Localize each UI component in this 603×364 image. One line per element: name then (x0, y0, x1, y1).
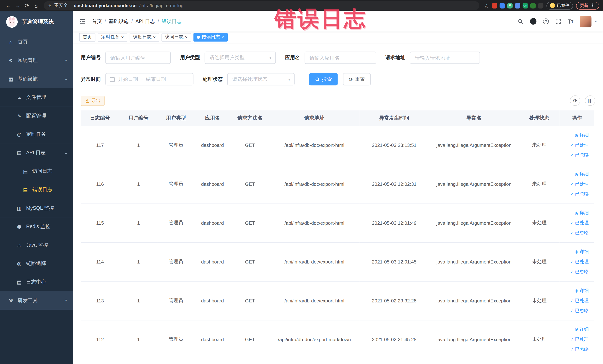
tab-job-log[interactable]: 调度日志× (129, 33, 159, 41)
extension-icon[interactable] (538, 3, 543, 8)
tab-error-log[interactable]: 错误日志× (194, 33, 228, 41)
close-icon[interactable]: × (153, 35, 156, 39)
help-icon[interactable]: ? (543, 19, 549, 24)
filter-label-request-url: 请求地址 (385, 54, 406, 61)
sidebar-item-redis[interactable]: ⬢Redis 监控 (0, 217, 73, 236)
sidebar-item-infrastructure[interactable]: ▦基础设施▴ (0, 70, 73, 88)
app-name-input[interactable] (304, 52, 376, 64)
sidebar-item-java[interactable]: ☕Java 监控 (0, 236, 73, 254)
sidebar-item-label: 基础设施 (18, 75, 38, 82)
breadcrumb-item[interactable]: API 日志 (136, 18, 155, 25)
breadcrumb-item[interactable]: 首页 (92, 18, 102, 25)
extension-icon[interactable] (492, 3, 497, 8)
filter-form: 用户编号 用户类型 请选择用户类型 ▾ 应用名 (73, 43, 603, 94)
avatar[interactable] (580, 16, 591, 27)
breadcrumb-item[interactable]: 基础设施 (109, 18, 129, 25)
refresh-icon: ⟳ (349, 76, 353, 82)
action-link-ignored[interactable]: ✓已忽略 (570, 307, 589, 314)
sidebar-item-access-log[interactable]: ▤访问日志 (0, 162, 73, 180)
sidebar-item-job[interactable]: ◷定时任务 (0, 125, 73, 143)
chevron-down-icon[interactable]: ▾ (595, 19, 597, 23)
sidebar-item-mysql[interactable]: ▥MySQL 监控 (0, 199, 73, 218)
table-cell: dashboard (194, 320, 231, 359)
sidebar-item-error-log[interactable]: ▤错误日志 (0, 180, 73, 199)
search-icon[interactable] (518, 19, 523, 24)
table-cell: dashboard (194, 203, 231, 242)
sidebar-item-trace[interactable]: ◎链路追踪 (0, 254, 73, 273)
github-icon[interactable] (530, 18, 536, 25)
forward-icon[interactable]: → (13, 1, 23, 10)
action-link-processed[interactable]: ✓已处理 (570, 220, 589, 226)
action-link-detail[interactable]: ◉详细 (575, 287, 589, 294)
update-button[interactable]: 更新 ⋮ (576, 2, 599, 9)
doc-icon: ▤ (22, 168, 28, 174)
table-cell-actions: ◉详细✓已处理✓已忽略 (560, 320, 594, 359)
action-link-processed[interactable]: ✓已处理 (570, 336, 589, 343)
doc-icon: ▤ (16, 150, 22, 156)
action-link-detail[interactable]: ◉详细 (575, 171, 589, 177)
hex-icon: ⬢ (16, 224, 22, 229)
download-icon (85, 98, 90, 103)
action-link-processed[interactable]: ✓已处理 (570, 258, 589, 265)
action-link-detail[interactable]: ◉详细 (575, 326, 589, 333)
reset-button[interactable]: ⟳ 重置 (343, 73, 371, 85)
address-bar[interactable]: ⚠ 不安全 dashboard.yudao.iocoder.cn /infra/… (44, 1, 479, 10)
user-id-input[interactable] (105, 52, 171, 64)
search-button[interactable]: 搜索 (309, 73, 338, 85)
paused-chip[interactable]: 已暂停 (546, 2, 573, 9)
action-link-detail[interactable]: ◉详细 (575, 132, 589, 139)
action-link-ignored[interactable]: ✓已忽略 (570, 269, 589, 275)
table-cell: dashboard (194, 242, 231, 281)
exception-date-range-picker[interactable]: 开始日期 - 结束日期 (105, 73, 193, 85)
tab-job[interactable]: 定时任务× (98, 33, 127, 41)
bookmark-star-icon[interactable]: ☆ (484, 2, 489, 9)
close-icon[interactable]: × (221, 35, 224, 39)
extension-icon[interactable] (515, 3, 520, 8)
sidebar-item-system[interactable]: ⚙系统管理▾ (0, 51, 73, 70)
home-icon[interactable]: ⌂ (32, 1, 41, 10)
sidebar-item-api-log[interactable]: ▤API 日志▴ (0, 143, 73, 162)
app-root: ← → ⟳ ⌂ ⚠ 不安全 dashboard.yudao.iocoder.cn… (0, 0, 603, 364)
action-link-ignored[interactable]: ✓已忽略 (570, 230, 589, 236)
close-icon[interactable]: × (121, 35, 124, 39)
logo-row[interactable]: 芋道管理系统 (0, 11, 73, 33)
action-link-detail[interactable]: ◉详细 (575, 248, 589, 255)
tab-home[interactable]: 首页 (79, 33, 95, 41)
close-icon[interactable]: × (185, 35, 188, 39)
sidebar-item-home[interactable]: ⌂首页 (0, 33, 73, 51)
action-link-ignored[interactable]: ✓已忽略 (570, 191, 589, 197)
sidebar-item-log-center[interactable]: ▤日志中心 (0, 273, 73, 291)
fullscreen-icon[interactable] (555, 19, 561, 24)
back-icon[interactable]: ← (4, 1, 13, 10)
column-settings-button[interactable]: ▥ (585, 95, 595, 106)
extension-icon[interactable]: on (522, 3, 528, 8)
request-url-input[interactable] (410, 52, 480, 64)
export-button[interactable]: 导出 (81, 96, 105, 106)
browser-menu-icon[interactable]: ⋮ (590, 3, 595, 9)
error-log-table: 日志编号用户编号用户类型应用名请求方法名请求地址异常发生时间异常名处理状态操作 … (81, 110, 594, 359)
action-link-processed[interactable]: ✓已处理 (570, 297, 589, 304)
refresh-button[interactable]: ⟳ (570, 95, 580, 106)
extension-icon[interactable] (530, 3, 536, 8)
reload-icon[interactable]: ⟳ (22, 1, 32, 10)
table-cell: java.lang.IllegalArgumentException (429, 165, 519, 204)
table-header-cell: 处理状态 (519, 110, 560, 126)
action-link-processed[interactable]: ✓已处理 (570, 142, 589, 149)
action-link-processed[interactable]: ✓已处理 (570, 181, 589, 187)
extension-icon[interactable] (499, 3, 505, 8)
tab-access-log[interactable]: 访问日志× (162, 33, 191, 41)
extension-icon[interactable]: V (507, 3, 512, 8)
sidebar-item-config[interactable]: ✎配置管理 (0, 107, 73, 125)
action-link-ignored[interactable]: ✓已忽略 (570, 152, 589, 158)
sidebar-item-file[interactable]: ☁文件管理 (0, 88, 73, 107)
process-status-select[interactable]: 请选择处理状态 ▾ (227, 73, 295, 85)
action-link-ignored[interactable]: ✓已忽略 (570, 346, 589, 353)
user-type-select[interactable]: 请选择用户类型 ▾ (205, 52, 276, 64)
edit-icon: ✎ (16, 113, 22, 119)
table-cell: /api/infra/db-doc/export-html (269, 126, 359, 165)
font-size-icon[interactable]: TT (568, 18, 573, 25)
action-link-detail[interactable]: ◉详细 (575, 210, 589, 216)
hamburger-icon[interactable] (79, 19, 86, 24)
check-icon: ✓ (570, 153, 574, 158)
sidebar-item-dev-tools[interactable]: ⚒研发工具▾ (0, 291, 73, 310)
